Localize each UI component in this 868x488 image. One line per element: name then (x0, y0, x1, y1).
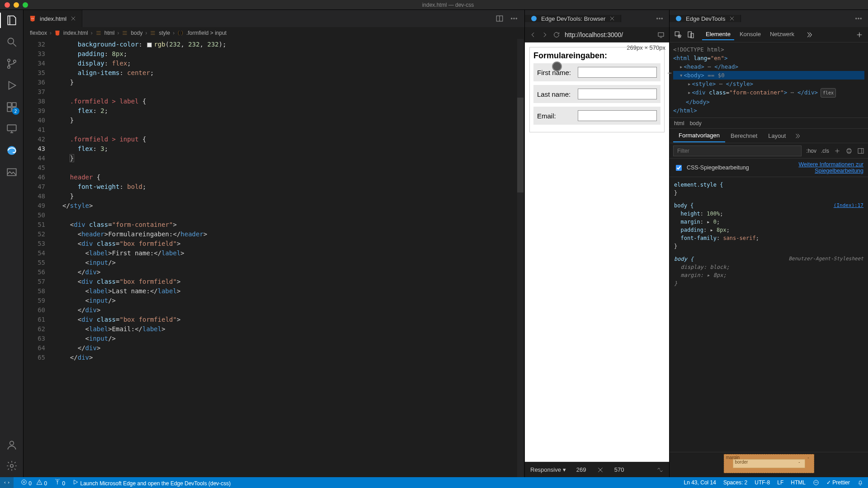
more-icon[interactable] (854, 14, 863, 23)
viewport-height-input[interactable] (609, 466, 629, 474)
close-icon[interactable] (609, 15, 615, 22)
code-editor[interactable]: 3233343536373839404142434445464748495051… (24, 39, 524, 477)
css-rule-icon (177, 30, 184, 36)
status-indent[interactable]: Spaces: 2 (723, 479, 747, 486)
last-name-input[interactable] (578, 89, 657, 99)
add-tab-icon[interactable] (855, 31, 863, 39)
reload-icon[interactable] (553, 31, 560, 38)
remote-indicator[interactable] (0, 477, 14, 488)
styles-tab-rules[interactable]: Formatvorlagen (673, 129, 725, 142)
close-icon[interactable] (729, 15, 735, 22)
form-container: Formulareingaben: First name: Last name:… (529, 47, 665, 132)
close-icon[interactable] (597, 466, 604, 474)
window-minimize-icon[interactable] (14, 2, 19, 8)
dom-breadcrumb[interactable]: html body (670, 118, 868, 129)
breadcrumb-item[interactable]: .formfield > input (186, 30, 226, 36)
responsive-mode[interactable]: Responsive ▾ (530, 466, 566, 473)
devtools-tab-console[interactable]: Konsole (736, 29, 764, 40)
device-toggle-icon[interactable] (687, 31, 695, 39)
activity-accounts[interactable] (6, 439, 18, 451)
print-icon[interactable] (845, 147, 853, 155)
minimap[interactable] (517, 39, 524, 477)
styles-tab-computed[interactable]: Berechnet (725, 130, 763, 142)
css-mirror-checkbox[interactable] (676, 165, 682, 171)
nav-forward-icon[interactable] (541, 31, 548, 38)
styles-rules[interactable]: element.style { } (Index):17 body { heig… (670, 177, 868, 452)
breadcrumb[interactable]: flexbox› index.html› html› body› style› … (24, 27, 524, 39)
editor-tab-index-html[interactable]: <> index.html (24, 10, 82, 27)
first-name-input[interactable] (578, 67, 657, 78)
url-bar[interactable]: http://localhost:3000/ (565, 31, 653, 38)
status-language[interactable]: HTML (791, 479, 806, 486)
box-model[interactable]: margin - border - (670, 452, 868, 477)
rule-source-link[interactable]: (Index):17 (834, 202, 863, 210)
breadcrumb-item[interactable]: index.html (63, 30, 88, 36)
activity-settings[interactable] (6, 460, 18, 472)
html-file-icon (54, 30, 61, 36)
status-prettier[interactable]: ✓ Prettier (826, 479, 850, 486)
more-icon[interactable] (510, 14, 518, 23)
devtools-tab-elements[interactable]: Elemente (702, 29, 734, 40)
copilot-icon[interactable] (813, 479, 819, 486)
form-heading: Formulareingaben: (533, 51, 660, 61)
svg-point-26 (860, 18, 861, 19)
dom-actions-icon[interactable]: ⋯ (668, 69, 671, 77)
screencast-icon[interactable] (657, 31, 665, 38)
nav-back-icon[interactable] (529, 31, 537, 38)
activity-remote-explorer[interactable] (6, 123, 18, 135)
devtools-tab-network[interactable]: Netzwerk (766, 29, 798, 40)
status-encoding[interactable]: UTF-8 (755, 479, 770, 486)
browser-tab[interactable]: Edge DevTools: Browser (525, 15, 621, 22)
window-close-icon[interactable] (5, 2, 10, 8)
hov-toggle[interactable]: :hov (806, 148, 816, 154)
dom-crumb[interactable]: body (690, 120, 702, 127)
viewport-width-input[interactable] (571, 466, 591, 474)
status-problems[interactable]: 0 0 (21, 479, 47, 487)
rotate-icon[interactable] (656, 466, 664, 474)
email-input[interactable] (578, 110, 657, 121)
activity-extensions[interactable]: 2 (6, 101, 18, 113)
bell-icon[interactable] (857, 479, 863, 486)
breadcrumb-item[interactable]: body (131, 30, 142, 36)
breadcrumb-item[interactable]: style (159, 30, 170, 36)
mac-titlebar: index.html — dev-css (0, 0, 868, 10)
css-mirror-info-link[interactable]: Weitere Informationen zur (798, 161, 863, 168)
window-zoom-icon[interactable] (23, 2, 28, 8)
styles-filter-row: :hov .cls (670, 143, 868, 159)
dom-crumb[interactable]: html (674, 120, 684, 127)
breadcrumb-item[interactable]: html (104, 30, 115, 36)
code-area[interactable]: background-color: rgb(232, 232, 232); pa… (62, 40, 524, 362)
activity-search[interactable] (6, 36, 18, 48)
overflow-icon[interactable] (805, 31, 813, 39)
flex-badge[interactable]: flex (821, 88, 836, 98)
split-editor-icon[interactable] (495, 14, 504, 23)
devtools-tab[interactable]: Edge DevTools (670, 15, 741, 22)
search-icon (6, 36, 18, 48)
dom-tree[interactable]: ⋯ <!DOCTYPE html> <html lang="en"> ▸<hea… (670, 42, 868, 118)
breadcrumb-item[interactable]: flexbox (30, 30, 47, 36)
editor-tabs: <> index.html (24, 10, 524, 27)
cls-toggle[interactable]: .cls (821, 148, 829, 154)
more-icon[interactable] (656, 14, 664, 23)
status-eol[interactable]: LF (777, 479, 783, 486)
overflow-icon[interactable] (794, 132, 801, 140)
symbol-icon (150, 30, 156, 36)
css-mirror-info-link[interactable]: Spiegelbearbeitung (815, 168, 863, 174)
status-launch-task[interactable]: Launch Microsoft Edge and open the Edge … (72, 479, 231, 487)
status-cursor[interactable]: Ln 43, Col 14 (684, 479, 716, 486)
window-title: index.html — dev-css (28, 2, 868, 8)
styles-tab-layout[interactable]: Layout (763, 130, 791, 142)
add-rule-icon[interactable] (834, 147, 841, 155)
activity-source-control[interactable] (6, 58, 18, 70)
close-icon[interactable] (70, 15, 76, 22)
inspect-icon[interactable] (674, 31, 682, 39)
minimap-thumb[interactable] (517, 98, 524, 192)
activity-gallery[interactable] (6, 166, 18, 178)
svg-point-9 (7, 146, 16, 155)
status-ports[interactable]: 0 (54, 479, 65, 487)
activity-run-debug[interactable] (6, 80, 18, 91)
activity-explorer[interactable] (6, 14, 18, 26)
styles-filter-input[interactable] (673, 145, 802, 156)
panel-toggle-icon[interactable] (857, 147, 864, 155)
activity-edge-tools[interactable] (6, 145, 18, 156)
